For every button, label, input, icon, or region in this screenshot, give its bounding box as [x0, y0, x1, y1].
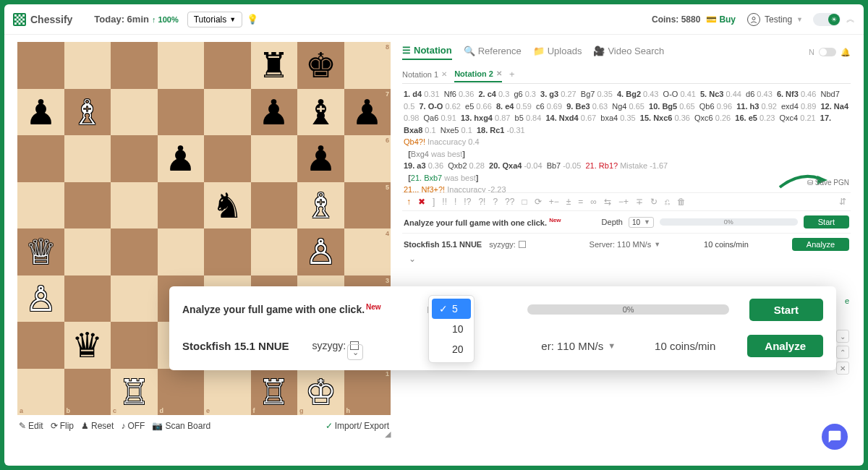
close-icon[interactable]: ✕	[836, 362, 849, 375]
note-icon: ♪	[121, 421, 125, 431]
close-icon[interactable]: ✕	[441, 70, 447, 78]
svg-rect-8	[22, 18, 25, 20]
popup-cost: 10 coins/min	[655, 340, 715, 352]
main-tabs: ☰Notation 🔍Reference 📁Uploads 🎥Video Sea…	[402, 42, 851, 62]
save-pgn-button[interactable]: ⛁Save PGN	[807, 179, 849, 187]
coins-label: Coins: 5880	[652, 14, 700, 25]
engine-name: Stockfish 15.1 NNUE	[404, 240, 482, 249]
popup-server[interactable]: er: 110 MN/s▼	[541, 340, 616, 352]
svg-rect-1	[14, 14, 17, 17]
card-icon: 💳	[706, 14, 717, 25]
list-icon: ☰	[402, 45, 411, 56]
svg-point-14	[752, 17, 755, 20]
avatar-icon	[747, 13, 760, 26]
tab-video[interactable]: 🎥Video Search	[593, 46, 664, 59]
depth-select[interactable]: 10▼	[629, 217, 654, 228]
svg-rect-4	[17, 16, 19, 18]
chat-fab[interactable]	[822, 424, 848, 450]
cost-label: 10 coins/min	[704, 240, 749, 249]
user-menu[interactable]: Testing ▼	[747, 13, 803, 26]
svg-rect-3	[22, 14, 25, 17]
svg-rect-6	[14, 18, 17, 20]
depth-option-10[interactable]: ✓10	[432, 319, 471, 339]
analyze-popup: Analyze your full game with one click.Ne…	[169, 286, 836, 370]
logo-icon	[13, 13, 26, 26]
brand-label: Chessify	[30, 14, 72, 25]
bulb-icon[interactable]: 💡	[247, 14, 258, 25]
edit-button[interactable]: ✎Edit	[19, 421, 43, 431]
quick-analyze-row: Analyze your full game with one click. N…	[402, 211, 851, 233]
popup-start-button[interactable]: Start	[749, 299, 823, 321]
notation-subtabs: Notation 1✕ Notation 2✕ +	[402, 65, 851, 84]
save-icon: ⛁	[807, 179, 813, 187]
add-tab-button[interactable]: +	[509, 69, 515, 80]
analyze-button[interactable]: Analyze	[792, 238, 849, 251]
scan-button[interactable]: 📷Scan Board	[152, 421, 210, 431]
reset-icon: ♟	[81, 421, 89, 431]
camera-icon: 📷	[152, 421, 163, 431]
svg-rect-2	[19, 14, 21, 17]
board-controls: ✎Edit ⟳Flip ♟Reset ♪OFF 📷Scan Board ✓Imp…	[17, 415, 391, 437]
checkbox-icon[interactable]	[519, 241, 526, 248]
svg-rect-5	[20, 16, 22, 18]
n-indicator: N 🔔	[809, 48, 851, 57]
popup-analyze-button[interactable]: Analyze	[747, 335, 823, 357]
tab-reference[interactable]: 🔍Reference	[464, 46, 522, 59]
tab-notation[interactable]: ☰Notation	[402, 45, 452, 60]
svg-rect-11	[14, 22, 17, 25]
svg-rect-12	[19, 22, 21, 25]
depth-option-5[interactable]: ✓5	[432, 299, 471, 319]
chevron-down-icon: ▼	[796, 16, 803, 23]
flip-button[interactable]: ⟳Flip	[51, 421, 74, 431]
delete-icon[interactable]: ✖	[418, 197, 425, 207]
partial-analyze-text: e	[845, 296, 849, 305]
today-up: ↑ 100%	[152, 15, 179, 24]
syzygy-toggle[interactable]: syzygy:	[489, 240, 526, 249]
depth-option-20[interactable]: ✓20	[432, 339, 471, 359]
chev-down-icon[interactable]: ⌄	[836, 330, 849, 343]
pencil-icon: ✎	[19, 421, 26, 431]
engine-row: Stockfish 15.1 NNUE syzygy: Server: 110 …	[402, 233, 851, 255]
expand-icon[interactable]: ⇵	[839, 197, 846, 207]
reset-button[interactable]: ♟Reset	[81, 421, 114, 431]
popup-engine-name: Stockfish 15.1 NNUE	[182, 340, 289, 352]
folder-icon: 📁	[533, 46, 545, 56]
tutorials-button[interactable]: Tutorials▼	[187, 12, 243, 27]
buy-link[interactable]: 💳Buy	[706, 14, 736, 25]
resize-handle-icon[interactable]: ◢	[385, 430, 391, 439]
start-button[interactable]: Start	[804, 215, 849, 228]
expand-engine-icon[interactable]: ⌄	[404, 254, 421, 264]
popup-progress: 0%	[527, 304, 728, 315]
depth-dropdown: ✓5 ✓10 ✓20	[428, 295, 475, 363]
import-export-button[interactable]: ✓Import/ Export	[326, 421, 389, 431]
svg-rect-13	[22, 22, 25, 25]
tab-uploads[interactable]: 📁Uploads	[533, 46, 582, 59]
flip-icon: ⟳	[51, 421, 58, 431]
close-icon[interactable]: ✕	[496, 69, 502, 77]
popup-expand-icon[interactable]: ⌄	[347, 344, 363, 360]
mini-toggle[interactable]	[819, 48, 836, 56]
svg-rect-10	[20, 20, 22, 22]
svg-rect-9	[17, 20, 19, 22]
header: Chessify Today: 6min ↑ 100% Tutorials▼ 💡…	[4, 4, 864, 35]
check-icon: ✓	[326, 421, 333, 431]
subtab-notation-1[interactable]: Notation 1✕	[402, 67, 447, 82]
svg-rect-7	[19, 18, 21, 20]
theme-toggle[interactable]: ☀	[813, 13, 841, 26]
up-icon[interactable]: ↑	[407, 197, 411, 207]
side-chevrons: ⌄ ⌃ ✕	[836, 330, 849, 375]
video-icon: 🎥	[593, 46, 605, 56]
chev-up-icon[interactable]: ⌃	[836, 346, 849, 359]
popup-analyze-label: Analyze your full game with one click.Ne…	[182, 304, 381, 315]
analyze-label: Analyze your full game with one click. N…	[404, 217, 561, 227]
subtab-notation-2[interactable]: Notation 2✕	[454, 67, 502, 82]
today-label: Today: 6min	[94, 14, 149, 25]
bell-icon[interactable]: 🔔	[841, 48, 851, 57]
server-select[interactable]: Server: 110 MN/s▼	[590, 240, 661, 249]
depth-label: Depth	[602, 218, 623, 226]
search-icon: 🔍	[464, 46, 475, 56]
collapse-icon[interactable]: ︽	[846, 13, 855, 25]
annotation-toolbar: ⛁Save PGN ↑ ✖ ]!!!!??!???□⟳+−±=∞⇆−+∓↻⎌🗑 …	[402, 192, 851, 211]
progress-bar: 0%	[660, 218, 798, 226]
sound-button[interactable]: ♪OFF	[121, 421, 145, 431]
